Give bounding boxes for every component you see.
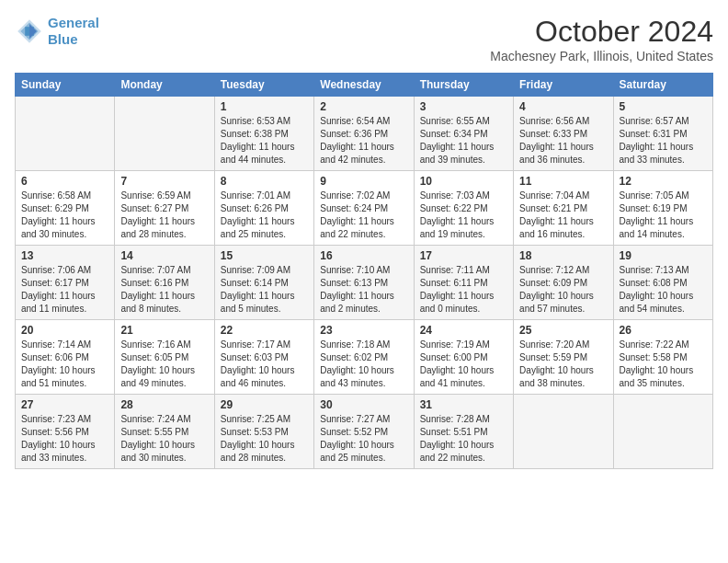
day-info: Sunrise: 7:25 AMSunset: 5:53 PMDaylight:… bbox=[221, 414, 295, 463]
location: Machesney Park, Illinois, United States bbox=[490, 49, 713, 63]
day-number: 11 bbox=[519, 175, 607, 188]
day-number: 17 bbox=[420, 249, 507, 262]
day-number: 25 bbox=[519, 324, 607, 337]
logo-icon bbox=[15, 17, 44, 46]
calendar-cell: 28Sunrise: 7:24 AMSunset: 5:55 PMDayligh… bbox=[115, 395, 214, 469]
calendar-cell: 21Sunrise: 7:16 AMSunset: 6:05 PMDayligh… bbox=[115, 320, 214, 395]
calendar-cell: 10Sunrise: 7:03 AMSunset: 6:22 PMDayligh… bbox=[414, 171, 513, 246]
day-number: 23 bbox=[320, 324, 407, 337]
day-info: Sunrise: 7:18 AMSunset: 6:02 PMDaylight:… bbox=[320, 339, 394, 388]
day-info: Sunrise: 7:07 AMSunset: 6:16 PMDaylight:… bbox=[120, 265, 195, 314]
calendar-cell bbox=[514, 395, 613, 469]
day-info: Sunrise: 7:06 AMSunset: 6:17 PMDaylight:… bbox=[21, 265, 96, 314]
calendar-cell: 31Sunrise: 7:28 AMSunset: 5:51 PMDayligh… bbox=[414, 395, 513, 469]
calendar-cell: 4Sunrise: 6:56 AMSunset: 6:33 PMDaylight… bbox=[514, 97, 613, 171]
day-info: Sunrise: 7:24 AMSunset: 5:55 PMDaylight:… bbox=[120, 414, 195, 463]
calendar-cell: 1Sunrise: 6:53 AMSunset: 6:38 PMDaylight… bbox=[214, 97, 313, 171]
calendar-cell: 8Sunrise: 7:01 AMSunset: 6:26 PMDaylight… bbox=[214, 171, 313, 246]
calendar-cell: 25Sunrise: 7:20 AMSunset: 5:59 PMDayligh… bbox=[514, 320, 613, 395]
logo: General Blue bbox=[15, 15, 99, 48]
day-info: Sunrise: 7:05 AMSunset: 6:19 PMDaylight:… bbox=[620, 190, 694, 239]
day-number: 26 bbox=[620, 324, 707, 337]
calendar-cell: 19Sunrise: 7:13 AMSunset: 6:08 PMDayligh… bbox=[613, 246, 712, 320]
day-info: Sunrise: 7:22 AMSunset: 5:58 PMDaylight:… bbox=[620, 339, 694, 388]
page-header: General Blue October 2024 Machesney Park… bbox=[15, 15, 713, 63]
day-info: Sunrise: 6:56 AMSunset: 6:33 PMDaylight:… bbox=[519, 116, 594, 165]
day-number: 1 bbox=[221, 100, 308, 113]
day-info: Sunrise: 6:53 AMSunset: 6:38 PMDaylight:… bbox=[221, 116, 295, 165]
day-number: 16 bbox=[320, 249, 407, 262]
calendar-cell: 30Sunrise: 7:27 AMSunset: 5:52 PMDayligh… bbox=[314, 395, 414, 469]
calendar-header-row: SundayMondayTuesdayWednesdayThursdayFrid… bbox=[16, 74, 713, 97]
month-title: October 2024 bbox=[490, 15, 713, 49]
day-info: Sunrise: 7:04 AMSunset: 6:21 PMDaylight:… bbox=[519, 190, 594, 239]
day-number: 27 bbox=[21, 398, 108, 411]
calendar-cell: 22Sunrise: 7:17 AMSunset: 6:03 PMDayligh… bbox=[214, 320, 313, 395]
day-info: Sunrise: 7:23 AMSunset: 5:56 PMDaylight:… bbox=[21, 414, 96, 463]
day-number: 3 bbox=[420, 100, 507, 113]
calendar-cell: 20Sunrise: 7:14 AMSunset: 6:06 PMDayligh… bbox=[16, 320, 115, 395]
day-info: Sunrise: 7:02 AMSunset: 6:24 PMDaylight:… bbox=[320, 190, 394, 239]
col-header-wednesday: Wednesday bbox=[314, 74, 414, 97]
calendar-week-row: 1Sunrise: 6:53 AMSunset: 6:38 PMDaylight… bbox=[16, 97, 713, 171]
title-block: October 2024 Machesney Park, Illinois, U… bbox=[490, 15, 713, 63]
day-number: 20 bbox=[21, 324, 108, 337]
calendar-cell: 6Sunrise: 6:58 AMSunset: 6:29 PMDaylight… bbox=[16, 171, 115, 246]
day-number: 31 bbox=[420, 398, 507, 411]
calendar-cell: 26Sunrise: 7:22 AMSunset: 5:58 PMDayligh… bbox=[613, 320, 712, 395]
calendar-cell: 2Sunrise: 6:54 AMSunset: 6:36 PMDaylight… bbox=[314, 97, 414, 171]
day-number: 4 bbox=[519, 100, 607, 113]
calendar-cell: 11Sunrise: 7:04 AMSunset: 6:21 PMDayligh… bbox=[514, 171, 613, 246]
col-header-thursday: Thursday bbox=[414, 74, 513, 97]
day-info: Sunrise: 7:20 AMSunset: 5:59 PMDaylight:… bbox=[519, 339, 594, 388]
calendar-cell: 29Sunrise: 7:25 AMSunset: 5:53 PMDayligh… bbox=[214, 395, 313, 469]
day-info: Sunrise: 7:12 AMSunset: 6:09 PMDaylight:… bbox=[519, 265, 594, 314]
day-number: 10 bbox=[420, 175, 507, 188]
day-info: Sunrise: 7:14 AMSunset: 6:06 PMDaylight:… bbox=[21, 339, 96, 388]
calendar-table: SundayMondayTuesdayWednesdayThursdayFrid… bbox=[15, 73, 713, 469]
col-header-friday: Friday bbox=[514, 74, 613, 97]
day-number: 29 bbox=[221, 398, 308, 411]
day-number: 7 bbox=[120, 175, 208, 188]
calendar-cell bbox=[16, 97, 115, 171]
day-info: Sunrise: 7:16 AMSunset: 6:05 PMDaylight:… bbox=[120, 339, 195, 388]
day-info: Sunrise: 7:01 AMSunset: 6:26 PMDaylight:… bbox=[221, 190, 295, 239]
calendar-week-row: 27Sunrise: 7:23 AMSunset: 5:56 PMDayligh… bbox=[16, 395, 713, 469]
day-info: Sunrise: 7:27 AMSunset: 5:52 PMDaylight:… bbox=[320, 414, 394, 463]
calendar-cell: 12Sunrise: 7:05 AMSunset: 6:19 PMDayligh… bbox=[613, 171, 712, 246]
day-number: 19 bbox=[620, 249, 707, 262]
calendar-cell bbox=[613, 395, 712, 469]
day-number: 14 bbox=[120, 249, 208, 262]
col-header-tuesday: Tuesday bbox=[214, 74, 313, 97]
calendar-cell: 16Sunrise: 7:10 AMSunset: 6:13 PMDayligh… bbox=[314, 246, 414, 320]
day-info: Sunrise: 7:10 AMSunset: 6:13 PMDaylight:… bbox=[320, 265, 394, 314]
day-info: Sunrise: 7:11 AMSunset: 6:11 PMDaylight:… bbox=[420, 265, 495, 314]
day-info: Sunrise: 7:28 AMSunset: 5:51 PMDaylight:… bbox=[420, 414, 495, 463]
day-number: 9 bbox=[320, 175, 407, 188]
calendar-week-row: 20Sunrise: 7:14 AMSunset: 6:06 PMDayligh… bbox=[16, 320, 713, 395]
calendar-cell: 18Sunrise: 7:12 AMSunset: 6:09 PMDayligh… bbox=[514, 246, 613, 320]
calendar-cell: 14Sunrise: 7:07 AMSunset: 6:16 PMDayligh… bbox=[115, 246, 214, 320]
day-info: Sunrise: 6:58 AMSunset: 6:29 PMDaylight:… bbox=[21, 190, 96, 239]
calendar-cell bbox=[115, 97, 214, 171]
day-info: Sunrise: 7:17 AMSunset: 6:03 PMDaylight:… bbox=[221, 339, 295, 388]
calendar-cell: 7Sunrise: 6:59 AMSunset: 6:27 PMDaylight… bbox=[115, 171, 214, 246]
day-number: 15 bbox=[221, 249, 308, 262]
calendar-cell: 3Sunrise: 6:55 AMSunset: 6:34 PMDaylight… bbox=[414, 97, 513, 171]
calendar-cell: 27Sunrise: 7:23 AMSunset: 5:56 PMDayligh… bbox=[16, 395, 115, 469]
day-number: 21 bbox=[120, 324, 208, 337]
day-number: 24 bbox=[420, 324, 507, 337]
calendar-week-row: 13Sunrise: 7:06 AMSunset: 6:17 PMDayligh… bbox=[16, 246, 713, 320]
day-info: Sunrise: 7:19 AMSunset: 6:00 PMDaylight:… bbox=[420, 339, 495, 388]
logo-text: General Blue bbox=[48, 15, 99, 48]
day-number: 6 bbox=[21, 175, 108, 188]
calendar-week-row: 6Sunrise: 6:58 AMSunset: 6:29 PMDaylight… bbox=[16, 171, 713, 246]
day-number: 22 bbox=[221, 324, 308, 337]
col-header-sunday: Sunday bbox=[16, 74, 115, 97]
calendar-cell: 17Sunrise: 7:11 AMSunset: 6:11 PMDayligh… bbox=[414, 246, 513, 320]
day-info: Sunrise: 7:09 AMSunset: 6:14 PMDaylight:… bbox=[221, 265, 295, 314]
day-number: 13 bbox=[21, 249, 108, 262]
day-info: Sunrise: 6:54 AMSunset: 6:36 PMDaylight:… bbox=[320, 116, 394, 165]
calendar-cell: 23Sunrise: 7:18 AMSunset: 6:02 PMDayligh… bbox=[314, 320, 414, 395]
day-info: Sunrise: 6:57 AMSunset: 6:31 PMDaylight:… bbox=[620, 116, 694, 165]
